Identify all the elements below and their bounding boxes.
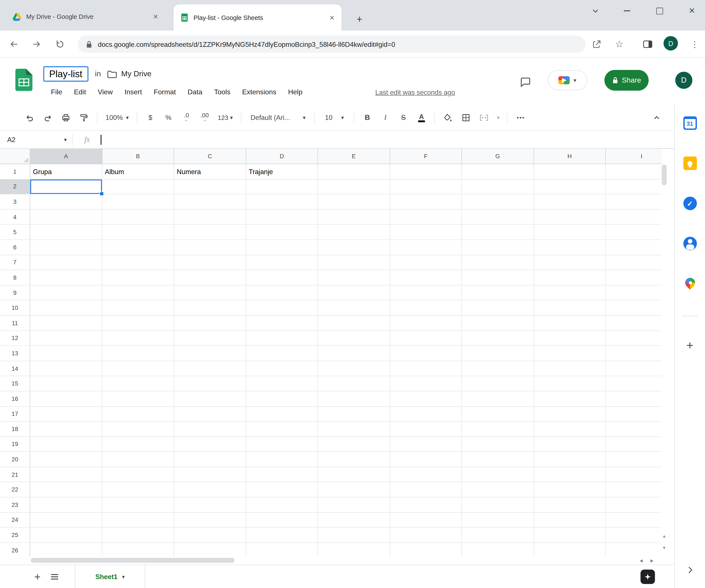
paint-format-icon[interactable] bbox=[75, 109, 92, 126]
cell-H5[interactable] bbox=[534, 225, 606, 240]
document-title-input[interactable]: Play-list bbox=[43, 66, 88, 82]
menu-data[interactable]: Data bbox=[182, 86, 208, 98]
cell-D10[interactable] bbox=[246, 300, 318, 316]
cell-I7[interactable] bbox=[606, 255, 662, 270]
cell-I5[interactable] bbox=[606, 225, 662, 240]
cell-C15[interactable] bbox=[174, 376, 246, 391]
cell-H7[interactable] bbox=[534, 255, 606, 270]
sheet-tab-sheet1[interactable]: Sheet1 ▾ bbox=[75, 565, 145, 588]
cell-A19[interactable] bbox=[30, 437, 102, 452]
row-header-19[interactable]: 19 bbox=[0, 437, 30, 452]
cell-G9[interactable] bbox=[462, 285, 534, 300]
cell-G14[interactable] bbox=[462, 361, 534, 376]
cell-H3[interactable] bbox=[534, 194, 606, 210]
cell-H17[interactable] bbox=[534, 406, 606, 422]
cell-F24[interactable] bbox=[390, 512, 462, 528]
cell-H10[interactable] bbox=[534, 300, 606, 316]
row-header-10[interactable]: 10 bbox=[0, 300, 30, 316]
tab-my-drive[interactable]: My Drive - Google Drive × bbox=[6, 6, 165, 27]
cell-I21[interactable] bbox=[606, 467, 662, 482]
reload-button[interactable] bbox=[52, 37, 68, 52]
cell-B3[interactable] bbox=[102, 194, 174, 210]
vertical-scrollbar[interactable]: ▲ ▼ bbox=[661, 150, 668, 556]
cell-B13[interactable] bbox=[102, 346, 174, 361]
cell-D19[interactable] bbox=[246, 437, 318, 452]
cell-A22[interactable] bbox=[30, 482, 102, 497]
column-header-C[interactable]: C bbox=[174, 149, 246, 164]
cell-H14[interactable] bbox=[534, 361, 606, 376]
contacts-icon[interactable] bbox=[683, 237, 697, 250]
cell-C13[interactable] bbox=[174, 346, 246, 361]
cell-I14[interactable] bbox=[606, 361, 662, 376]
menu-tools[interactable]: Tools bbox=[208, 86, 236, 98]
cell-E14[interactable] bbox=[318, 361, 390, 376]
keep-icon[interactable] bbox=[683, 156, 697, 170]
cell-F21[interactable] bbox=[390, 467, 462, 482]
cell-G7[interactable] bbox=[462, 255, 534, 270]
maps-icon[interactable] bbox=[685, 277, 695, 288]
cell-D23[interactable] bbox=[246, 497, 318, 512]
cell-G23[interactable] bbox=[462, 497, 534, 512]
row-header-21[interactable]: 21 bbox=[0, 467, 30, 482]
cell-A20[interactable] bbox=[30, 452, 102, 467]
cell-D26[interactable] bbox=[246, 543, 318, 556]
cell-C3[interactable] bbox=[174, 194, 246, 210]
account-avatar[interactable]: D bbox=[675, 72, 693, 89]
menu-edit[interactable]: Edit bbox=[68, 86, 92, 98]
cell-H12[interactable] bbox=[534, 331, 606, 346]
cell-I2[interactable] bbox=[606, 179, 662, 194]
cell-H25[interactable] bbox=[534, 528, 606, 543]
cell-I11[interactable] bbox=[606, 316, 662, 331]
cell-D2[interactable] bbox=[246, 179, 318, 194]
cell-G21[interactable] bbox=[462, 467, 534, 482]
cell-D8[interactable] bbox=[246, 270, 318, 285]
cell-I23[interactable] bbox=[606, 497, 662, 512]
cell-D11[interactable] bbox=[246, 316, 318, 331]
cell-D17[interactable] bbox=[246, 406, 318, 422]
horizontal-scroll-thumb[interactable] bbox=[31, 558, 234, 563]
format-currency-button[interactable]: $ bbox=[142, 109, 159, 126]
cell-A13[interactable] bbox=[30, 346, 102, 361]
cell-I24[interactable] bbox=[606, 512, 662, 528]
row-header-14[interactable]: 14 bbox=[0, 361, 30, 376]
cell-I10[interactable] bbox=[606, 300, 662, 316]
cell-B23[interactable] bbox=[102, 497, 174, 512]
breadcrumb-location[interactable]: My Drive bbox=[121, 69, 151, 79]
cell-F9[interactable] bbox=[390, 285, 462, 300]
cell-D22[interactable] bbox=[246, 482, 318, 497]
cell-G22[interactable] bbox=[462, 482, 534, 497]
cell-G16[interactable] bbox=[462, 391, 534, 406]
cell-E2[interactable] bbox=[318, 179, 390, 194]
text-color-button[interactable]: A bbox=[413, 109, 430, 126]
cell-I26[interactable] bbox=[606, 543, 662, 556]
cell-F2[interactable] bbox=[390, 179, 462, 194]
row-header-26[interactable]: 26 bbox=[0, 543, 30, 556]
cell-C11[interactable] bbox=[174, 316, 246, 331]
cell-A10[interactable] bbox=[30, 300, 102, 316]
cell-C24[interactable] bbox=[174, 512, 246, 528]
cell-I22[interactable] bbox=[606, 482, 662, 497]
cell-F14[interactable] bbox=[390, 361, 462, 376]
cell-F25[interactable] bbox=[390, 528, 462, 543]
cell-E23[interactable] bbox=[318, 497, 390, 512]
cell-C26[interactable] bbox=[174, 543, 246, 556]
cell-E13[interactable] bbox=[318, 346, 390, 361]
cell-E12[interactable] bbox=[318, 331, 390, 346]
cell-C19[interactable] bbox=[174, 437, 246, 452]
cell-B6[interactable] bbox=[102, 240, 174, 255]
cell-H9[interactable] bbox=[534, 285, 606, 300]
row-header-4[interactable]: 4 bbox=[0, 210, 30, 225]
cell-H16[interactable] bbox=[534, 391, 606, 406]
forward-button[interactable] bbox=[29, 37, 44, 52]
column-header-I[interactable]: I bbox=[606, 149, 662, 164]
row-header-9[interactable]: 9 bbox=[0, 285, 30, 300]
cell-B10[interactable] bbox=[102, 300, 174, 316]
cell-A1[interactable]: Grupa bbox=[30, 164, 102, 179]
cell-H11[interactable] bbox=[534, 316, 606, 331]
cell-G13[interactable] bbox=[462, 346, 534, 361]
all-sheets-icon[interactable] bbox=[46, 568, 63, 585]
get-add-ons-icon[interactable]: + bbox=[686, 339, 694, 352]
row-header-23[interactable]: 23 bbox=[0, 497, 30, 512]
cell-D6[interactable] bbox=[246, 240, 318, 255]
row-header-18[interactable]: 18 bbox=[0, 422, 30, 437]
